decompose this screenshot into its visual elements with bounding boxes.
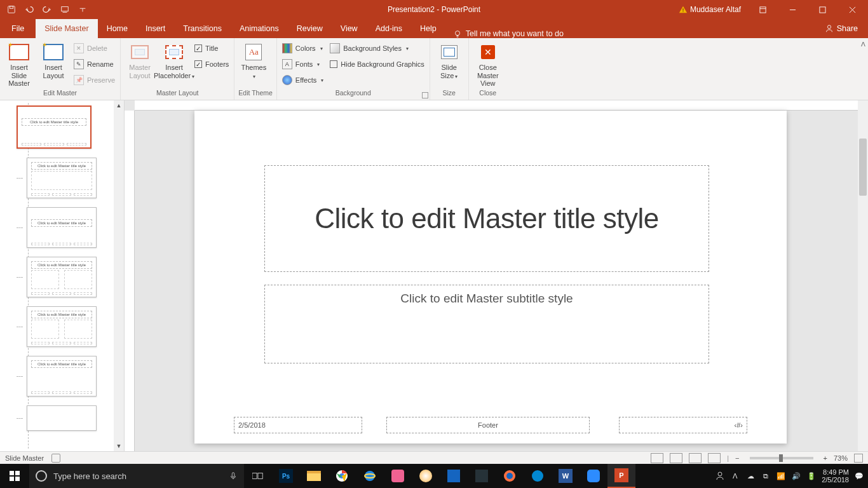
cortana-icon xyxy=(36,470,47,482)
taskbar-app-2[interactable] xyxy=(440,464,468,488)
onedrive-icon[interactable]: ☁ xyxy=(745,471,756,481)
save-button[interactable] xyxy=(4,2,19,17)
scroll-up-icon[interactable]: ▲ xyxy=(114,100,124,111)
subtitle-placeholder[interactable]: Click to edit Master subtitle style xyxy=(264,285,709,363)
taskbar-word[interactable]: W xyxy=(552,464,580,488)
zoom-out-button[interactable]: − xyxy=(735,454,739,462)
insert-slide-master-button[interactable]: Insert Slide Master xyxy=(4,41,34,88)
tell-me-search[interactable]: Tell me what you want to do xyxy=(445,29,571,38)
zoom-in-button[interactable]: + xyxy=(824,454,827,462)
tab-addins[interactable]: Add-ins xyxy=(367,19,411,38)
people-icon[interactable] xyxy=(715,471,725,481)
taskbar-powerpoint[interactable]: P xyxy=(607,464,635,488)
master-layout-label: Master Layout xyxy=(125,64,155,79)
taskbar-firefox[interactable] xyxy=(496,464,524,488)
zoom-slider-thumb[interactable] xyxy=(779,454,783,462)
thumb-layout-6[interactable] xyxy=(27,405,110,431)
slide-sorter-view-button[interactable] xyxy=(670,453,682,463)
vertical-scrollbar[interactable] xyxy=(858,100,868,451)
warning-icon xyxy=(679,5,688,14)
tab-home[interactable]: Home xyxy=(98,19,137,38)
themes-button[interactable]: Aa Themes▾ xyxy=(238,41,269,79)
thumbnail-scrollbar[interactable]: ▲ ▼ xyxy=(114,100,124,451)
tab-view[interactable]: View xyxy=(332,19,367,38)
qat-customize-button[interactable] xyxy=(75,2,90,17)
undo-button[interactable] xyxy=(22,2,37,17)
tray-overflow-button[interactable]: ᐱ xyxy=(730,471,740,481)
thumb-layout-3[interactable]: Click to edit Master title style xyxy=(27,257,110,297)
thumb-layout-4[interactable]: Click to edit Master title style xyxy=(27,306,110,347)
maximize-button[interactable] xyxy=(808,0,837,19)
collapse-ribbon-button[interactable]: ᐱ xyxy=(861,41,865,48)
taskbar-search[interactable]: Type here to search xyxy=(29,464,244,488)
title-placeholder[interactable]: Click to edit Master title style xyxy=(264,165,709,272)
tab-help[interactable]: Help xyxy=(411,19,445,38)
thumb-slide-master[interactable]: Click to edit Master title style xyxy=(22,105,110,149)
tab-insert[interactable]: Insert xyxy=(137,19,174,38)
clock-date: 2/5/2018 xyxy=(822,476,849,484)
date-placeholder[interactable]: 2/5/2018 xyxy=(234,417,362,433)
taskbar-app-1[interactable] xyxy=(384,464,412,488)
background-dialog-launcher[interactable] xyxy=(422,92,428,98)
horizontal-ruler[interactable] xyxy=(135,100,858,111)
volume-icon[interactable]: 🔊 xyxy=(791,471,801,481)
slide-size-button[interactable]: Slide Size▾ xyxy=(434,41,465,79)
normal-view-button[interactable] xyxy=(651,453,663,463)
dropbox-icon[interactable]: ⧉ xyxy=(761,471,771,481)
tab-animations[interactable]: Animations xyxy=(231,19,288,38)
background-styles-button[interactable]: Background Styles▾ xyxy=(329,42,425,55)
reading-view-button[interactable] xyxy=(689,453,702,463)
taskbar-app-3[interactable] xyxy=(468,464,496,488)
zoom-level[interactable]: 73% xyxy=(834,454,848,462)
taskbar-ie[interactable] xyxy=(356,464,384,488)
insert-placeholder-button[interactable]: Insert Placeholder▾ xyxy=(159,41,189,79)
colors-button[interactable]: Colors▾ xyxy=(281,42,325,55)
insert-layout-button[interactable]: Insert Layout xyxy=(38,41,69,79)
microphone-icon[interactable] xyxy=(229,471,238,480)
start-button[interactable] xyxy=(0,464,29,488)
start-from-beginning-button[interactable] xyxy=(57,2,72,17)
footer-placeholder[interactable]: Footer xyxy=(386,417,590,433)
taskbar-clock[interactable]: 8:49 PM 2/5/2018 xyxy=(822,468,849,484)
share-button[interactable]: Share xyxy=(818,19,864,38)
taskbar-paint[interactable] xyxy=(412,464,440,488)
rename-button[interactable]: ✎Rename xyxy=(72,58,116,71)
status-language-icon[interactable] xyxy=(51,454,60,463)
tab-file[interactable]: File xyxy=(0,19,36,38)
slide-master-canvas[interactable]: Click to edit Master title style Click t… xyxy=(194,111,787,444)
tab-review[interactable]: Review xyxy=(288,19,332,38)
thumb-layout-2[interactable]: Click to edit Master title style xyxy=(27,207,110,248)
taskbar-chrome[interactable] xyxy=(328,464,356,488)
zoom-slider[interactable] xyxy=(750,457,813,459)
tab-transitions[interactable]: Transitions xyxy=(174,19,231,38)
ribbon-display-options-button[interactable] xyxy=(749,0,777,19)
footers-checkbox[interactable]: Footers xyxy=(193,58,230,71)
thumbnail-list[interactable]: Click to edit Master title style Click t… xyxy=(0,100,114,451)
taskbar-edge[interactable] xyxy=(524,464,552,488)
vertical-ruler[interactable] xyxy=(125,111,135,451)
taskbar-photoshop[interactable]: Ps xyxy=(272,464,300,488)
hide-bg-checkbox[interactable]: Hide Background Graphics xyxy=(329,58,425,71)
wifi-icon[interactable]: 📶 xyxy=(776,471,786,481)
task-view-button[interactable] xyxy=(244,464,272,488)
fit-to-window-button[interactable] xyxy=(854,454,863,463)
slideshow-view-button[interactable] xyxy=(708,453,721,463)
close-master-view-button[interactable]: ✕ Close Master View xyxy=(473,41,503,88)
close-window-button[interactable] xyxy=(838,0,867,19)
redo-button[interactable] xyxy=(39,2,55,17)
tab-slide-master[interactable]: Slide Master xyxy=(36,19,97,38)
title-checkbox[interactable]: Title xyxy=(193,42,230,55)
minimize-button[interactable] xyxy=(778,0,807,19)
taskbar-zoom[interactable] xyxy=(580,464,607,488)
thumb-layout-1[interactable]: Click to edit Master title style xyxy=(27,158,110,198)
account-button[interactable]: Muddaser Altaf xyxy=(672,0,747,19)
effects-button[interactable]: Effects▾ xyxy=(281,74,325,86)
scrollbar-thumb[interactable] xyxy=(859,139,867,196)
action-center-icon[interactable]: 💬 xyxy=(854,471,864,481)
scroll-down-icon[interactable]: ▼ xyxy=(114,441,124,451)
slide-number-placeholder[interactable]: ‹#› xyxy=(619,417,747,433)
fonts-button[interactable]: AFonts▾ xyxy=(281,58,325,71)
taskbar-explorer[interactable] xyxy=(300,464,328,488)
battery-icon[interactable]: 🔋 xyxy=(806,471,817,481)
thumb-layout-5[interactable]: Click to edit Master title style xyxy=(27,356,110,396)
